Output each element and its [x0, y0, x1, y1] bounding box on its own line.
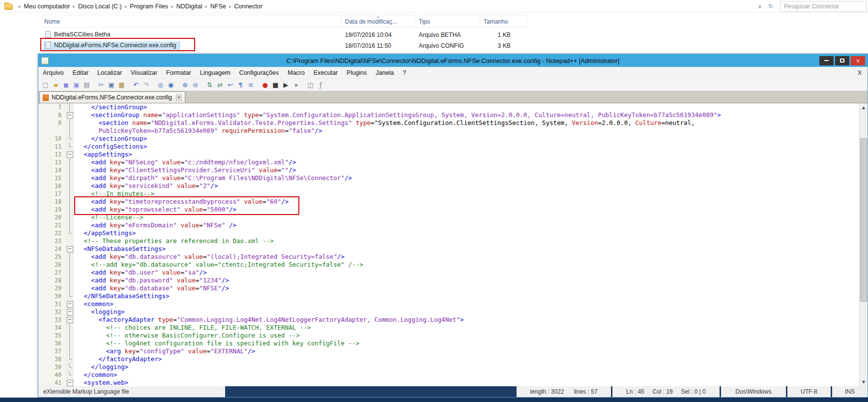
print-icon[interactable]: ▤: [82, 80, 91, 90]
paste-icon[interactable]: ▦: [117, 80, 126, 90]
line-number: 31: [38, 300, 66, 308]
menu-item[interactable]: Arquivo: [38, 69, 68, 76]
menu-item[interactable]: ?: [398, 69, 410, 76]
save-all-icon[interactable]: ▣: [72, 80, 81, 90]
file-name-wrap: BethaSCCities.Betha: [44, 31, 114, 38]
sync-horizontal-icon[interactable]: ⇄: [215, 80, 225, 90]
file-row[interactable]: NDDigital.eForms.NFSe.Connector.exe.conf…: [41, 40, 528, 51]
file-name-label: BethaSCCities.Betha: [54, 31, 111, 38]
menu-item[interactable]: Plugins: [342, 69, 371, 76]
fold-margin: [66, 214, 74, 221]
close-button[interactable]: ×: [851, 56, 865, 65]
breadcrumb-item[interactable]: NDDigital: [176, 3, 203, 10]
copy-icon[interactable]: ▣: [107, 80, 116, 90]
line-number: 40: [38, 371, 66, 379]
zoom-out-icon[interactable]: ⊖: [191, 80, 200, 90]
toolbar-separator: [176, 80, 180, 90]
open-folder-icon[interactable]: ▰: [51, 80, 60, 90]
redo-icon[interactable]: ↷: [142, 80, 151, 90]
fold-toggle-icon[interactable]: [66, 300, 74, 308]
menu-item[interactable]: Visualizar: [126, 69, 162, 76]
indent-guide-icon[interactable]: ≡: [246, 80, 256, 90]
title-bar[interactable]: C:\Program Files\NDDigital\NFSe\Connecto…: [38, 54, 868, 67]
play-macro-icon[interactable]: ▶: [281, 80, 290, 90]
column-header-size[interactable]: Tamanho: [480, 15, 527, 27]
menu-item[interactable]: Configurações: [235, 69, 284, 76]
new-file-icon[interactable]: □: [41, 80, 50, 90]
code-line: 40 </common>: [38, 371, 859, 379]
refresh-icon[interactable]: ↻: [765, 3, 776, 10]
find-icon[interactable]: ◎: [156, 80, 165, 90]
editor-area[interactable]: 7 </sectionGroup>8 <sectionGroup name="a…: [38, 103, 868, 386]
replace-icon[interactable]: ◉: [166, 80, 175, 90]
column-header-name[interactable]: Nome: [41, 15, 342, 27]
menu-item[interactable]: Janela: [371, 69, 398, 76]
cut-icon[interactable]: ✂: [96, 80, 106, 90]
sync-vertical-icon[interactable]: ⇅: [205, 80, 214, 90]
tab-active[interactable]: NDDigital.eForms.NFSe.Connector.exe.conf…: [39, 92, 185, 103]
breadcrumb-separator-icon: ▸: [73, 4, 75, 9]
function-list-icon[interactable]: ƒ: [316, 80, 325, 90]
fold-margin: [66, 174, 74, 182]
scroll-up-icon[interactable]: ▲: [860, 103, 868, 112]
show-all-characters-icon[interactable]: ¶: [236, 80, 245, 90]
line-number: 22: [38, 229, 66, 237]
minimize-icon: [824, 60, 829, 61]
fold-toggle-icon[interactable]: [66, 308, 74, 316]
fold-margin: [66, 166, 74, 174]
code-line: 11 </configSections>: [38, 143, 859, 151]
file-modified-cell: 19/07/2016 10:04: [342, 31, 415, 38]
line-number: 37: [38, 347, 66, 355]
fold-margin: [66, 253, 74, 261]
breadcrumb-item[interactable]: Connector: [234, 3, 262, 10]
stop-macro-icon[interactable]: ■: [271, 80, 280, 90]
vertical-scrollbar[interactable]: ▲ ▼: [859, 103, 868, 386]
address-dropdown-icon[interactable]: ∨: [754, 3, 765, 10]
fold-margin: [66, 119, 74, 127]
fold-toggle-icon[interactable]: [66, 151, 74, 158]
minimize-button[interactable]: [819, 56, 834, 65]
column-header-modified[interactable]: Data de modificaç...▴: [342, 15, 415, 27]
file-name-wrap: NDDigital.eForms.NFSe.Connector.exe.conf…: [44, 41, 179, 49]
scrollbar-thumb[interactable]: [860, 138, 867, 302]
search-input[interactable]: [784, 3, 863, 10]
undo-icon[interactable]: ↶: [131, 80, 141, 90]
breadcrumb-item[interactable]: Program Files: [130, 3, 168, 10]
menu-item[interactable]: Linguagem: [196, 69, 235, 76]
fold-margin: [66, 190, 74, 198]
code-line: 34 <!-- choices are INLINE, FILE, FILE-W…: [38, 324, 859, 332]
maximize-icon: [840, 59, 844, 62]
menu-item[interactable]: Formatar: [162, 69, 196, 76]
breadcrumb-item[interactable]: Disco Local (C:): [78, 3, 122, 10]
menu-item[interactable]: Macro: [283, 69, 309, 76]
file-row[interactable]: BethaSCCities.Betha19/07/2016 10:04Arqui…: [41, 30, 528, 40]
line-number: 33: [38, 316, 66, 324]
code-line: 38 </factoryAdapter>: [38, 355, 859, 363]
zoom-in-icon[interactable]: ⊕: [180, 80, 190, 90]
run-macro-multiple-icon[interactable]: »: [291, 80, 301, 90]
code-line: 33 <factoryAdapter type="Common.Logging.…: [38, 316, 859, 324]
breadcrumb-item[interactable]: Meu computador: [24, 3, 70, 10]
menu-item[interactable]: Executar: [309, 69, 342, 76]
document-map-icon[interactable]: ◫: [306, 80, 315, 90]
menu-item[interactable]: Localizar: [93, 69, 126, 76]
document-close-button[interactable]: X: [858, 69, 868, 76]
fold-margin: [66, 221, 74, 229]
save-icon[interactable]: ◼: [61, 80, 71, 90]
menu-item[interactable]: Editar: [68, 69, 93, 76]
breadcrumb-item[interactable]: NFSe: [210, 3, 226, 10]
word-wrap-icon[interactable]: ↩: [226, 80, 235, 90]
code-text: <add key="toprowsselect" value="5000"/>: [74, 206, 236, 214]
fold-margin: [66, 127, 74, 135]
fold-toggle-icon[interactable]: [66, 379, 74, 386]
column-header-type[interactable]: Tipo: [415, 15, 480, 27]
fold-toggle-icon[interactable]: [66, 245, 74, 253]
fold-toggle-icon[interactable]: [66, 111, 74, 119]
tab-close-icon[interactable]: ×: [176, 94, 182, 101]
record-macro-icon[interactable]: ●: [260, 80, 270, 90]
scroll-down-icon[interactable]: ▼: [860, 378, 868, 386]
code-line: 30 </NFSeDatabaseSettings>: [38, 292, 859, 300]
fold-toggle-icon[interactable]: [66, 316, 74, 324]
notepadpp-window: C:\Program Files\NDDigital\NFSe\Connecto…: [38, 54, 868, 398]
maximize-button[interactable]: [835, 56, 849, 65]
